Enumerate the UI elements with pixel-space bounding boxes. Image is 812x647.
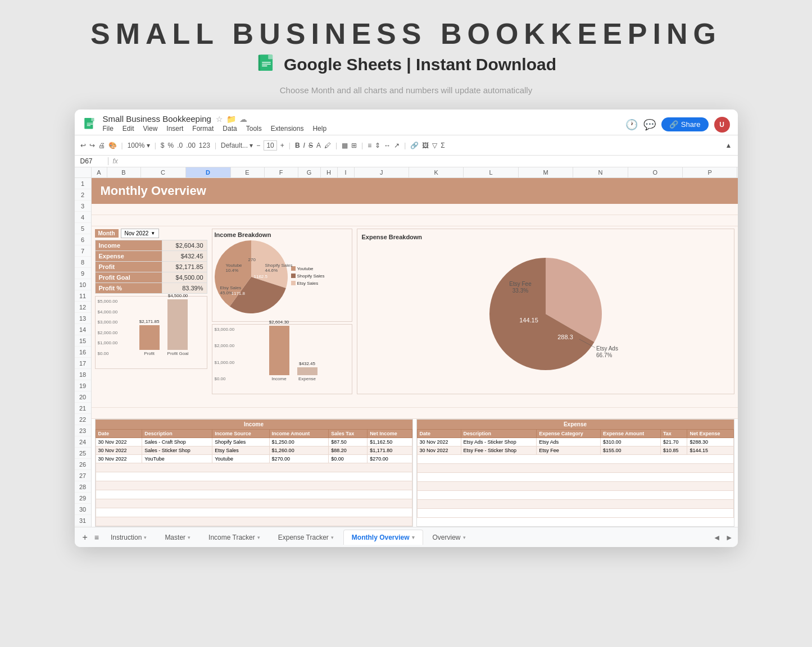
income-r3-source: Youtube (212, 455, 269, 463)
add-sheet-button[interactable]: + (79, 532, 91, 543)
col-H[interactable]: H (321, 167, 338, 177)
menu-insert[interactable]: Insert (166, 125, 183, 133)
income-r1-desc: Sales - Craft Shop (142, 438, 212, 446)
income-r1-amount: $1,250.00 (269, 438, 329, 446)
currency-btn[interactable]: $ (161, 142, 165, 149)
expense-th-net: Net Expense (687, 430, 733, 438)
youtube-legend-label: Youtube (297, 266, 314, 271)
scroll-sheets-left-icon[interactable]: ◄ (713, 533, 721, 542)
expand-btn[interactable]: ▲ (725, 142, 732, 149)
col-B[interactable]: B (107, 167, 141, 177)
cell-reference[interactable]: D67 (80, 157, 108, 165)
col-L[interactable]: L (464, 167, 518, 177)
income-expense-bar-chart: $3,000.00 $2,000.00 $1,000.00 $0.00 $2,6… (212, 324, 352, 394)
expense-pie-chart: Etsy Fee 33.3% 144.15 288.3 Etsy Ads 66.… (473, 252, 619, 376)
font-color-btn[interactable]: A (316, 142, 321, 149)
redo-btn[interactable]: ↪ (89, 142, 95, 149)
row-31: 31 (75, 515, 91, 526)
row-6: 6 (75, 234, 91, 245)
menu-format[interactable]: Format (192, 125, 214, 133)
col-E[interactable]: E (231, 167, 265, 177)
zoom-selector[interactable]: 100% ▾ (128, 142, 150, 149)
image-btn[interactable]: 🖼 (422, 142, 429, 149)
menu-file[interactable]: File (103, 125, 114, 133)
comments-icon[interactable]: 💬 (643, 119, 656, 131)
folder-icon[interactable]: 📁 (226, 115, 236, 124)
tab-expense-tracker[interactable]: Expense Tracker ▾ (270, 530, 342, 545)
income-r3-date: 30 Nov 2022 (96, 455, 142, 463)
cloud-icon[interactable]: ☁ (239, 115, 247, 124)
row-15: 15 (75, 335, 91, 347)
borders-btn[interactable]: ▦ (342, 142, 348, 149)
function-btn[interactable]: Σ (441, 142, 444, 149)
scroll-sheets-right-icon[interactable]: ► (725, 533, 733, 542)
row-30: 30 (75, 504, 91, 515)
month-dropdown[interactable]: Nov 2022 ▼ (121, 229, 160, 238)
decimal-dec-btn[interactable]: .0 (177, 142, 183, 149)
highlight-btn[interactable]: 🖊 (324, 142, 331, 149)
tab-monthly-overview[interactable]: Monthly Overview ▾ (343, 530, 423, 545)
sheet-tabs: + ≡ Instruction ▾ Master ▾ Income Tracke… (75, 527, 738, 547)
decimal-inc-btn[interactable]: .00 (186, 142, 196, 149)
menu-data[interactable]: Data (223, 125, 237, 133)
italic-btn[interactable]: I (303, 142, 305, 149)
print-btn[interactable]: 🖨 (98, 142, 105, 149)
sheet-menu-button[interactable]: ≡ (92, 533, 101, 542)
profit-goal-value: $4,500.00 (162, 272, 207, 283)
link-btn[interactable]: 🔗 (410, 142, 419, 149)
percent-btn[interactable]: % (167, 142, 174, 149)
share-button[interactable]: 🔗 Share (661, 117, 709, 131)
col-D[interactable]: D (186, 167, 231, 177)
bold-btn[interactable]: B (295, 142, 300, 149)
undo-btn[interactable]: ↩ (80, 142, 86, 149)
col-J[interactable]: J (355, 167, 409, 177)
filter-btn[interactable]: ▽ (432, 142, 437, 149)
col-P[interactable]: P (683, 167, 737, 177)
wrap-btn[interactable]: ↔ (384, 142, 391, 149)
income-row-2: 30 Nov 2022 Sales - Sticker Shop Etsy Sa… (96, 446, 412, 455)
align-left-btn[interactable]: ≡ (368, 142, 371, 149)
font-size-input[interactable]: 10 (264, 140, 276, 151)
menu-tools[interactable]: Tools (246, 125, 262, 133)
menu-edit[interactable]: Edit (123, 125, 134, 133)
col-N[interactable]: N (573, 167, 628, 177)
font-selector[interactable]: Default... ▾ (221, 142, 253, 149)
expense-th-desc: Description (461, 430, 537, 438)
ie-y-0: $0.00 (215, 376, 237, 381)
paint-format-btn[interactable]: 🎨 (108, 142, 117, 149)
profit-goal-bar-label: Profit Goal (167, 351, 189, 356)
col-G[interactable]: G (298, 167, 321, 177)
col-C[interactable]: C (141, 167, 186, 177)
y-label-3000: $3,000.00 (98, 320, 123, 325)
col-A[interactable]: A (92, 167, 107, 177)
user-avatar[interactable]: U (714, 117, 730, 133)
main-title: SMALL BUSINESS BOOKKEEPING (90, 17, 722, 51)
col-M[interactable]: M (519, 167, 573, 177)
tab-overview[interactable]: Overview ▾ (424, 530, 474, 545)
col-K[interactable]: K (409, 167, 464, 177)
income-value: $2,604.30 (162, 240, 207, 251)
row-22: 22 (75, 414, 91, 425)
font-size-dec[interactable]: − (256, 142, 260, 149)
star-icon[interactable]: ☆ (216, 115, 223, 124)
menu-extensions[interactable]: Extensions (271, 125, 304, 133)
rotate-btn[interactable]: ↗ (394, 142, 400, 149)
spreadsheet-title: Small Business Bookkeeping (103, 114, 211, 124)
col-O[interactable]: O (628, 167, 683, 177)
tab-income-tracker[interactable]: Income Tracker ▾ (200, 530, 269, 545)
col-F[interactable]: F (265, 167, 298, 177)
menu-view[interactable]: View (143, 125, 158, 133)
history-icon[interactable]: 🕐 (625, 119, 638, 131)
income-th-tax: Sales Tax (329, 430, 368, 438)
menu-help[interactable]: Help (312, 125, 326, 133)
merge-btn[interactable]: ⊞ (351, 142, 357, 149)
font-size-inc[interactable]: + (280, 142, 284, 149)
expense-r2-tax: $10.85 (660, 446, 687, 455)
strikethrough-btn[interactable]: S (309, 142, 313, 149)
col-I[interactable]: I (338, 167, 355, 177)
align-vert-btn[interactable]: ⇕ (375, 142, 380, 149)
format-123-btn[interactable]: 123 (199, 142, 210, 149)
tab-instruction[interactable]: Instruction ▾ (102, 530, 155, 545)
svg-rect-10 (87, 125, 90, 126)
tab-master[interactable]: Master ▾ (156, 530, 199, 545)
